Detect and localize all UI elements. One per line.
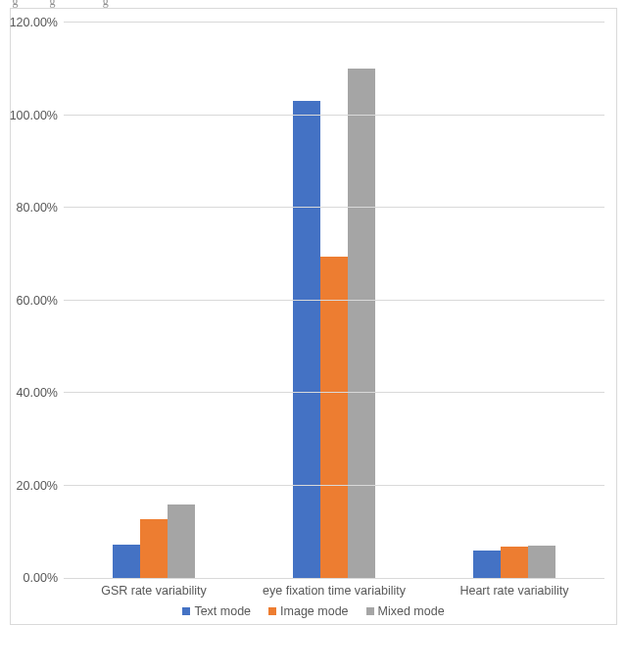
legend-label: Text mode (194, 604, 251, 618)
bar (113, 545, 140, 578)
y-tick-label: 120.00% (10, 16, 58, 29)
y-tick-label: 60.00% (17, 294, 58, 308)
legend-item: Mixed mode (366, 604, 445, 618)
y-tick-label: 20.00% (17, 479, 58, 493)
category-label: Heart rate variability (424, 584, 604, 598)
bar (320, 257, 348, 578)
legend-item: Text mode (182, 604, 251, 618)
legend: Text modeImage modeMixed mode (11, 604, 616, 618)
y-tick-label: 40.00% (17, 386, 58, 400)
chart-frame: GSR rate variabilityeye fixation time va… (10, 8, 617, 625)
legend-label: Mixed mode (378, 604, 445, 618)
y-tick-label: 100.00% (10, 109, 58, 122)
legend-label: Image mode (280, 604, 348, 618)
category-label: eye fixation time variability (244, 584, 424, 598)
gridline (64, 300, 604, 301)
bar (168, 504, 195, 578)
bar-group: Heart rate variability (424, 23, 604, 578)
category-label: GSR rate variability (64, 584, 244, 598)
legend-swatch (182, 607, 190, 615)
bar (528, 546, 555, 578)
bar (501, 547, 528, 578)
bar (140, 519, 168, 578)
bar (473, 551, 501, 578)
plot-area: GSR rate variabilityeye fixation time va… (64, 23, 604, 579)
legend-swatch (366, 607, 374, 615)
gridline (64, 115, 604, 116)
gridline (64, 22, 604, 23)
gridline (64, 485, 604, 486)
y-tick-label: 0.00% (24, 571, 58, 585)
gridline (64, 392, 604, 393)
bar (293, 101, 320, 578)
bar-group: eye fixation time variability (244, 23, 424, 578)
y-tick-label: 80.00% (17, 201, 58, 215)
bar-groups: GSR rate variabilityeye fixation time va… (64, 23, 604, 578)
gridline (64, 207, 604, 208)
bar (348, 69, 375, 578)
legend-swatch (268, 607, 276, 615)
legend-item: Image mode (268, 604, 348, 618)
bar-group: GSR rate variability (64, 23, 244, 578)
